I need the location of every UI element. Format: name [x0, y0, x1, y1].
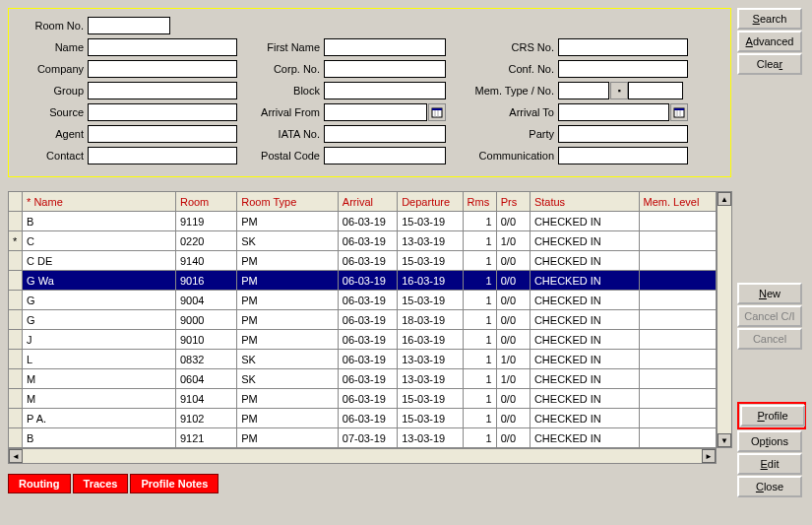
arrival-to-input[interactable]	[558, 103, 669, 121]
cell-prs: 1/0	[496, 231, 530, 251]
cell-rms: 1	[463, 428, 496, 448]
row-marker: *	[9, 231, 23, 251]
col-departure[interactable]: Departure	[398, 192, 463, 212]
communication-input[interactable]	[558, 147, 688, 164]
table-row[interactable]: G9004PM06-03-1915-03-1910/0CHECKED IN	[9, 291, 717, 310]
cell-mem-level	[639, 428, 716, 448]
crs-no-input[interactable]	[558, 38, 688, 56]
name-input[interactable]	[88, 38, 237, 56]
cell-room-type: PM	[237, 251, 339, 271]
arrival-from-calendar-icon[interactable]	[428, 103, 446, 121]
cell-room-type: SK	[237, 369, 339, 389]
corp-no-input[interactable]	[324, 60, 446, 78]
room-no-input[interactable]	[88, 17, 170, 34]
scroll-left-icon[interactable]: ◄	[9, 449, 23, 463]
cell-rms: 1	[463, 389, 496, 409]
scroll-down-icon[interactable]: ▼	[718, 433, 731, 447]
cell-name: M	[23, 389, 176, 409]
scroll-up-icon[interactable]: ▲	[718, 192, 731, 206]
cell-arrival: 06-03-19	[338, 271, 397, 291]
company-input[interactable]	[88, 60, 237, 78]
table-row[interactable]: B9121PM07-03-1913-03-1910/0CHECKED IN	[9, 428, 717, 448]
mem-type-input[interactable]	[558, 82, 609, 99]
postal-code-input[interactable]	[324, 147, 446, 164]
cell-mem-level	[639, 409, 716, 428]
new-button[interactable]: New	[737, 283, 802, 304]
vertical-scrollbar[interactable]: ▲ ▼	[717, 191, 732, 448]
cell-status: CHECKED IN	[530, 409, 639, 428]
col-status[interactable]: Status	[530, 192, 639, 212]
cell-departure: 16-03-19	[398, 271, 463, 291]
table-row[interactable]: *C0220SK06-03-1913-03-1911/0CHECKED IN	[9, 231, 717, 251]
edit-button[interactable]: Edit	[737, 453, 802, 475]
results-grid: * Name Room Room Type Arrival Departure …	[8, 191, 717, 464]
cell-departure: 13-03-19	[398, 369, 463, 389]
horizontal-scrollbar[interactable]: ◄ ►	[8, 448, 717, 464]
cell-departure: 13-03-19	[398, 428, 463, 448]
source-input[interactable]	[88, 103, 237, 121]
options-button[interactable]: Options	[737, 430, 802, 452]
profile-button[interactable]: Profile	[740, 405, 805, 427]
traces-button[interactable]: Traces	[73, 474, 129, 493]
cell-room-type: SK	[237, 350, 339, 369]
first-name-input[interactable]	[324, 38, 446, 56]
col-rms[interactable]: Rms	[463, 192, 496, 212]
agent-input[interactable]	[88, 125, 237, 143]
col-prs[interactable]: Prs	[496, 192, 530, 212]
arrival-to-label: Arrival To	[446, 106, 558, 118]
cell-departure: 13-03-19	[398, 231, 463, 251]
cell-arrival: 06-03-19	[338, 350, 397, 369]
cell-arrival: 06-03-19	[338, 389, 397, 409]
table-row[interactable]: B9119PM06-03-1915-03-1910/0CHECKED IN	[9, 212, 717, 231]
conf-no-input[interactable]	[558, 60, 688, 78]
filter-panel: Room No. Name First Name CRS No. Company	[8, 8, 731, 177]
block-input[interactable]	[324, 82, 446, 99]
iata-no-input[interactable]	[324, 125, 446, 143]
search-button[interactable]: Search	[737, 8, 802, 30]
cell-status: CHECKED IN	[530, 330, 639, 350]
arrival-from-label: Arrival From	[237, 106, 324, 118]
contact-input[interactable]	[88, 147, 237, 164]
col-marker[interactable]	[9, 192, 23, 212]
cell-rms: 1	[463, 251, 496, 271]
party-label: Party	[446, 128, 558, 140]
cell-room: 0832	[175, 350, 236, 369]
table-row[interactable]: L0832SK06-03-1913-03-1911/0CHECKED IN	[9, 350, 717, 369]
iata-no-label: IATA No.	[237, 128, 324, 140]
cell-rms: 1	[463, 330, 496, 350]
col-arrival[interactable]: Arrival	[338, 192, 397, 212]
row-marker	[9, 271, 23, 291]
company-label: Company	[17, 63, 88, 75]
cell-mem-level	[639, 350, 716, 369]
party-input[interactable]	[558, 125, 688, 143]
clear-button[interactable]: Clear	[737, 53, 802, 75]
cell-room-type: PM	[237, 330, 339, 350]
table-row[interactable]: M0604SK06-03-1913-03-1911/0CHECKED IN	[9, 369, 717, 389]
table-row[interactable]: M9104PM06-03-1915-03-1910/0CHECKED IN	[9, 389, 717, 409]
mem-type-no-label: Mem. Type / No.	[446, 85, 558, 97]
close-button[interactable]: Close	[737, 476, 802, 497]
cell-prs: 0/0	[496, 389, 530, 409]
col-room[interactable]: Room	[175, 192, 236, 212]
col-name[interactable]: * Name	[23, 192, 176, 212]
table-row[interactable]: P A.9102PM06-03-1915-03-1910/0CHECKED IN	[9, 409, 717, 428]
table-row[interactable]: G Wa9016PM06-03-1916-03-1910/0CHECKED IN	[9, 271, 717, 291]
table-row[interactable]: G9000PM06-03-1918-03-1910/0CHECKED IN	[9, 310, 717, 330]
svg-rect-1	[432, 108, 442, 110]
mem-no-input[interactable]	[628, 82, 683, 99]
table-row[interactable]: J9010PM06-03-1916-03-1910/0CHECKED IN	[9, 330, 717, 350]
arrival-to-calendar-icon[interactable]	[670, 103, 688, 121]
group-input[interactable]	[88, 82, 237, 99]
advanced-button[interactable]: Advanced	[737, 31, 802, 52]
group-label: Group	[17, 85, 88, 97]
arrival-from-input[interactable]	[324, 103, 427, 121]
col-room-type[interactable]: Room Type	[237, 192, 339, 212]
routing-button[interactable]: Routing	[8, 474, 71, 493]
col-mem-level[interactable]: Mem. Level	[639, 192, 716, 212]
mem-type-dropdown[interactable]: ▪	[610, 82, 628, 99]
cell-departure: 15-03-19	[398, 212, 463, 231]
scroll-right-icon[interactable]: ►	[702, 449, 716, 463]
table-row[interactable]: C DE9140PM06-03-1915-03-1910/0CHECKED IN	[9, 251, 717, 271]
cell-room: 9010	[175, 330, 236, 350]
profile-notes-button[interactable]: Profile Notes	[130, 474, 219, 493]
